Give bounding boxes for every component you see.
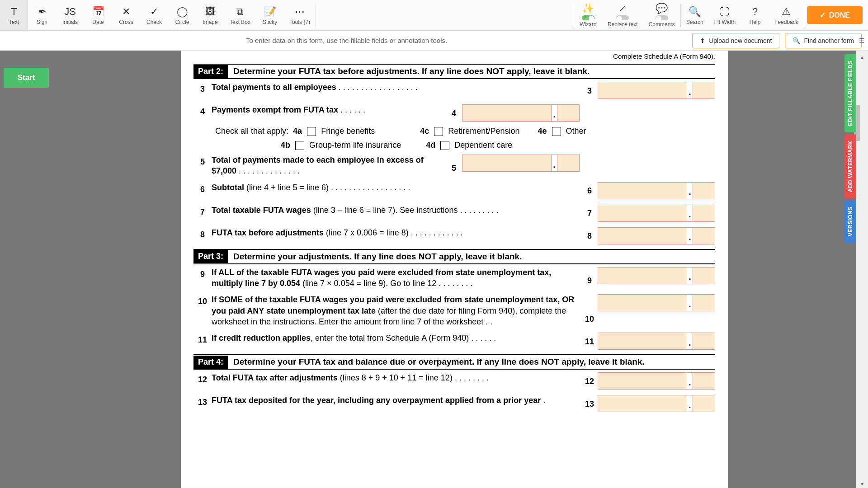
tool-comments[interactable]: 💬Comments xyxy=(643,0,680,30)
tool-help-label: Help xyxy=(750,19,761,25)
4c-id: 4c xyxy=(420,127,429,136)
input-5[interactable]: . xyxy=(462,155,580,172)
checkbox-4a[interactable] xyxy=(307,127,316,136)
part4-label: Part 4: xyxy=(193,356,228,369)
line-10-number: 10 xyxy=(193,294,212,307)
line-13: 13FUTA tax deposited for the year, inclu… xyxy=(193,392,715,415)
tool-check-icon: ✓ xyxy=(150,5,158,18)
tool-date-icon: 📅 xyxy=(92,5,104,18)
tool-tools-7--label: Tools (7) xyxy=(289,19,310,25)
part3-label: Part 3: xyxy=(193,250,228,263)
tool-text-box-label: Text Box xyxy=(230,19,250,25)
tool-search-label: Search xyxy=(686,19,703,25)
tool-circle[interactable]: ◯Circle xyxy=(168,0,196,30)
upload-new-document-button[interactable]: ⬆ Upload new document xyxy=(692,33,779,48)
tool-image-label: Image xyxy=(203,19,217,25)
tool-wizard-icon: ✨ xyxy=(582,3,594,14)
line-13-text: FUTA tax deposited for the year, includi… xyxy=(212,395,581,406)
find-another-form-button[interactable]: 🔍 Find another form xyxy=(785,33,862,48)
input-4[interactable]: . xyxy=(462,104,580,122)
document-viewport[interactable]: Complete Schedule A (Form 940). Part 2: … xyxy=(52,51,856,488)
line-7: 7Total taxable FUTA wages (line 3 – line… xyxy=(193,202,715,225)
tool-image[interactable]: 🖼Image xyxy=(196,0,224,30)
line-4: 4Payments exempt from FUTA tax . . . . .… xyxy=(193,102,715,124)
input-8[interactable]: . xyxy=(598,227,715,244)
tool-replace-text-toggle[interactable] xyxy=(616,15,629,20)
line-13-number: 13 xyxy=(193,395,212,408)
tool-date[interactable]: 📅Date xyxy=(84,0,112,30)
line-8-text: FUTA tax before adjustments (line 7 x 0.… xyxy=(212,227,581,238)
done-label: DONE xyxy=(829,11,850,19)
edit-fillable-fields-tab[interactable]: EDIT FILLABLE FIELDS xyxy=(844,54,856,132)
checkbox-4c[interactable] xyxy=(434,127,443,136)
tool-cross-label: Cross xyxy=(119,19,133,25)
tool-check[interactable]: ✓Check xyxy=(140,0,168,30)
tool-check-label: Check xyxy=(146,19,162,25)
scroll-up-icon[interactable]: ▲ xyxy=(858,53,866,61)
tool-text-label: Text xyxy=(9,19,19,25)
input-6[interactable]: . xyxy=(598,182,715,199)
start-button[interactable]: Start xyxy=(4,68,49,88)
tool-date-label: Date xyxy=(92,19,104,25)
versions-tab[interactable]: VERSIONS xyxy=(844,200,856,243)
tool-text-box[interactable]: ⧉Text Box xyxy=(224,0,256,30)
tool-tools-7--icon: ⋯ xyxy=(295,5,305,18)
line-7-text: Total taxable FUTA wages (line 3 – line … xyxy=(212,205,581,216)
checkbox-4d[interactable] xyxy=(440,141,449,150)
tool-replace-text[interactable]: ⤢Replace text xyxy=(602,0,643,30)
upload-icon: ⬆ xyxy=(700,37,705,44)
line-3-number: 3 xyxy=(193,82,212,94)
scroll-down-icon[interactable]: ▼ xyxy=(858,480,866,488)
tool-comments-label: Comments xyxy=(649,21,675,28)
input-9[interactable]: . xyxy=(598,267,715,284)
input-3[interactable]: . xyxy=(598,82,715,99)
line-5-mid-num: 5 xyxy=(446,163,462,176)
panel-toggle-icon[interactable]: ☰ xyxy=(855,34,868,47)
tool-help[interactable]: ?Help xyxy=(741,0,769,30)
add-watermark-tab[interactable]: ADD WATERMARK xyxy=(844,134,856,198)
input-12[interactable]: . xyxy=(598,372,715,389)
checkbox-4e[interactable] xyxy=(552,127,561,136)
tool-search[interactable]: 🔍Search xyxy=(681,0,709,30)
tool-wizard-toggle[interactable] xyxy=(582,15,594,20)
tool-comments-toggle[interactable] xyxy=(656,15,668,20)
line-8: 8FUTA tax before adjustments (line 7 x 0… xyxy=(193,225,715,247)
line-5-number: 5 xyxy=(193,155,212,167)
tool-tools-7-[interactable]: ⋯Tools (7) xyxy=(284,0,316,30)
tool-sticky-label: Sticky xyxy=(263,19,277,25)
line-8-right-num: 8 xyxy=(581,230,598,244)
input-10[interactable]: . xyxy=(598,294,715,311)
tool-sticky[interactable]: 📝Sticky xyxy=(256,0,284,30)
tool-text[interactable]: TText xyxy=(0,0,28,30)
line-6-text: Subtotal (line 4 + line 5 = line 6) . . … xyxy=(212,182,581,193)
line-9: 9If ALL of the taxable FUTA wages you pa… xyxy=(193,264,715,292)
checkbox-4b[interactable] xyxy=(295,141,304,150)
tool-wizard[interactable]: ✨Wizard xyxy=(574,0,602,30)
input-13[interactable]: . xyxy=(598,395,715,412)
line-11-text: If credit reduction applies, enter the t… xyxy=(212,333,581,343)
done-button[interactable]: ✓ DONE xyxy=(807,6,863,24)
tool-feedback[interactable]: ⚠Feedback xyxy=(769,0,804,30)
scrollbar[interactable]: ▲ ▼ xyxy=(856,51,868,488)
tool-initials-label: Initials xyxy=(62,19,78,25)
line-6-right-num: 6 xyxy=(581,185,598,199)
4c-text: Retirement/Pension xyxy=(448,127,519,136)
tool-search-icon: 🔍 xyxy=(689,5,701,18)
tool-sign[interactable]: ✒Sign xyxy=(28,0,56,30)
line-6: 6Subtotal (line 4 + line 5 = line 6) . .… xyxy=(193,179,715,202)
search-icon: 🔍 xyxy=(793,37,800,44)
input-7[interactable]: . xyxy=(598,205,715,222)
4a-id: 4a xyxy=(293,127,302,136)
line-12-text: Total FUTA tax after adjustments (lines … xyxy=(212,372,581,383)
input-11[interactable]: . xyxy=(598,333,715,350)
tool-cross-icon: ✕ xyxy=(122,5,130,18)
tool-initials[interactable]: JSInitials xyxy=(56,0,84,30)
tool-circle-label: Circle xyxy=(175,19,189,25)
4e-id: 4e xyxy=(538,127,547,136)
4a-text: Fringe benefits xyxy=(321,127,375,136)
4b-text: Group-term life insurance xyxy=(309,141,401,150)
upload-label: Upload new document xyxy=(709,37,772,44)
tool-cross[interactable]: ✕Cross xyxy=(112,0,140,30)
check-icon: ✓ xyxy=(820,11,826,19)
tool-fit-width[interactable]: ⛶Fit Width xyxy=(709,0,741,30)
